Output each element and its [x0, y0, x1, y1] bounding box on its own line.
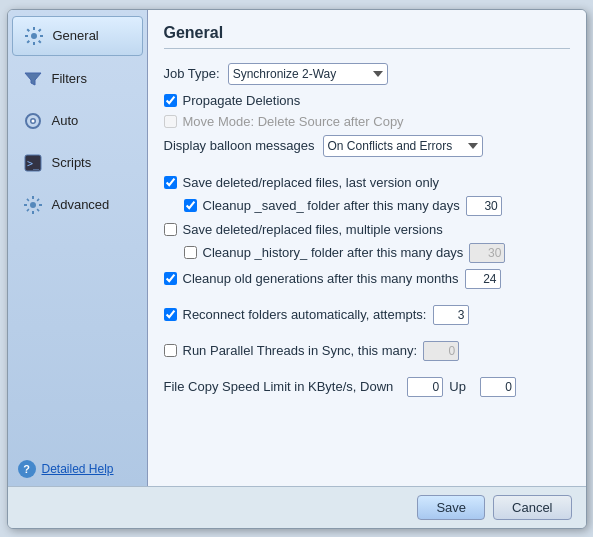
- reconnect-row: Reconnect folders automatically, attempt…: [164, 305, 570, 325]
- save-deleted-last-row: Save deleted/replaced files, last versio…: [164, 175, 570, 190]
- propagate-deletions-row: Propagate Deletions: [164, 93, 570, 108]
- save-button[interactable]: Save: [417, 495, 485, 520]
- move-mode-row: Move Mode: Delete Source after Copy: [164, 114, 570, 129]
- settings-dialog: General Filters Auto: [7, 9, 587, 529]
- job-type-select[interactable]: Synchronize 2-Way Copy Left to Right Cop…: [228, 63, 388, 85]
- detailed-help-link[interactable]: Detailed Help: [42, 462, 114, 476]
- divider4: [164, 367, 570, 377]
- move-mode-label: Move Mode: Delete Source after Copy: [183, 114, 404, 129]
- save-deleted-multiple-row: Save deleted/replaced files, multiple ve…: [164, 222, 570, 237]
- sidebar-item-general[interactable]: General: [12, 16, 143, 56]
- balloon-row: Display balloon messages On Conflicts an…: [164, 135, 570, 157]
- cleanup-saved-label: Cleanup _saved_ folder after this many d…: [203, 198, 460, 213]
- cleanup-old-label: Cleanup old generations after this many …: [183, 271, 459, 286]
- divider1: [164, 165, 570, 175]
- cleanup-history-checkbox[interactable]: [184, 246, 197, 259]
- move-mode-checkbox: [164, 115, 177, 128]
- file-copy-speed-label: File Copy Speed Limit in KByte/s, Down: [164, 379, 394, 394]
- sidebar-item-filters[interactable]: Filters: [12, 60, 143, 98]
- cleanup-history-input[interactable]: [469, 243, 505, 263]
- sidebar-item-advanced[interactable]: Advanced: [12, 186, 143, 224]
- cleanup-saved-row: Cleanup _saved_ folder after this many d…: [164, 196, 570, 216]
- propagate-deletions-checkbox[interactable]: [164, 94, 177, 107]
- save-deleted-multiple-checkbox[interactable]: [164, 223, 177, 236]
- job-type-label: Job Type:: [164, 66, 220, 81]
- sidebar-item-scripts[interactable]: >_ Scripts: [12, 144, 143, 182]
- file-copy-speed-up-input[interactable]: [480, 377, 516, 397]
- cleanup-old-input[interactable]: [465, 269, 501, 289]
- divider2: [164, 295, 570, 305]
- reconnect-label: Reconnect folders automatically, attempt…: [183, 307, 427, 322]
- file-copy-speed-down-input[interactable]: [407, 377, 443, 397]
- cleanup-saved-input[interactable]: [466, 196, 502, 216]
- divider3: [164, 331, 570, 341]
- cleanup-history-label: Cleanup _history_ folder after this many…: [203, 245, 464, 260]
- save-deleted-last-checkbox[interactable]: [164, 176, 177, 189]
- sidebar-item-auto[interactable]: Auto: [12, 102, 143, 140]
- parallel-threads-label: Run Parallel Threads in Sync, this many:: [183, 343, 418, 358]
- help-icon: ?: [18, 460, 36, 478]
- svg-point-6: [30, 202, 36, 208]
- sidebar: General Filters Auto: [8, 10, 148, 486]
- save-deleted-multiple-label: Save deleted/replaced files, multiple ve…: [183, 222, 443, 237]
- svg-point-3: [31, 119, 34, 122]
- main-content: General Job Type: Synchronize 2-Way Copy…: [148, 10, 586, 486]
- save-deleted-last-label: Save deleted/replaced files, last versio…: [183, 175, 440, 190]
- sidebar-footer[interactable]: ? Detailed Help: [8, 452, 147, 486]
- cleanup-old-row: Cleanup old generations after this many …: [164, 269, 570, 289]
- balloon-select[interactable]: On Conflicts and Errors Always Never: [323, 135, 483, 157]
- page-title: General: [164, 24, 570, 49]
- sidebar-item-filters-label: Filters: [52, 71, 87, 86]
- sidebar-item-general-label: General: [53, 28, 99, 43]
- scripts-icon: >_: [22, 152, 44, 174]
- up-label: Up: [449, 379, 466, 394]
- dialog-body: General Filters Auto: [8, 10, 586, 486]
- parallel-threads-checkbox[interactable]: [164, 344, 177, 357]
- cleanup-saved-checkbox[interactable]: [184, 199, 197, 212]
- propagate-deletions-label: Propagate Deletions: [183, 93, 301, 108]
- svg-point-0: [31, 33, 37, 39]
- reconnect-checkbox[interactable]: [164, 308, 177, 321]
- advanced-icon: [22, 194, 44, 216]
- parallel-threads-row: Run Parallel Threads in Sync, this many:: [164, 341, 570, 361]
- balloon-label: Display balloon messages: [164, 138, 315, 153]
- sidebar-item-advanced-label: Advanced: [52, 197, 110, 212]
- filters-icon: [22, 68, 44, 90]
- cleanup-history-row: Cleanup _history_ folder after this many…: [164, 243, 570, 263]
- cleanup-old-checkbox[interactable]: [164, 272, 177, 285]
- parallel-threads-input: [423, 341, 459, 361]
- sidebar-item-scripts-label: Scripts: [52, 155, 92, 170]
- reconnect-input[interactable]: [433, 305, 469, 325]
- file-copy-speed-row: File Copy Speed Limit in KByte/s, Down U…: [164, 377, 570, 397]
- sidebar-item-auto-label: Auto: [52, 113, 79, 128]
- dialog-footer: Save Cancel: [8, 486, 586, 528]
- general-icon: [23, 25, 45, 47]
- auto-icon: [22, 110, 44, 132]
- svg-text:>_: >_: [26, 158, 39, 170]
- job-type-row: Job Type: Synchronize 2-Way Copy Left to…: [164, 63, 570, 85]
- cancel-button[interactable]: Cancel: [493, 495, 571, 520]
